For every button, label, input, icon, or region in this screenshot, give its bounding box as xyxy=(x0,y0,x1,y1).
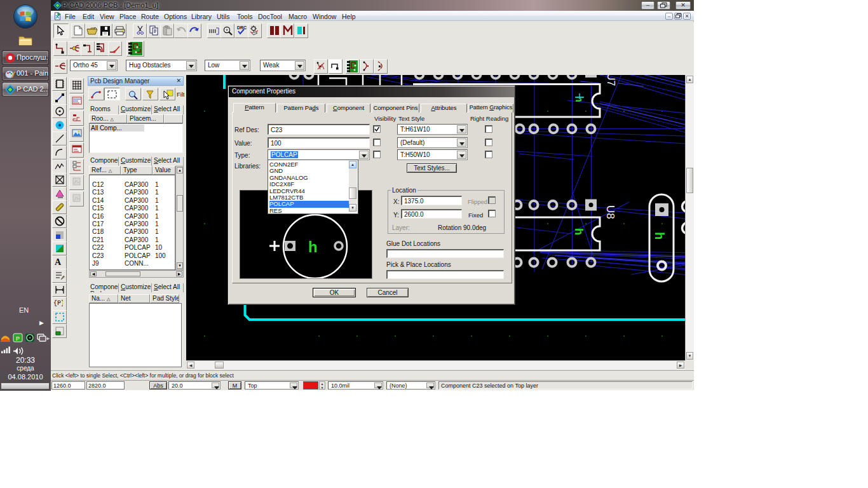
svg-text:h: h xyxy=(308,238,318,255)
svg-text:U8: U8 xyxy=(604,205,616,219)
svg-text:{P}: {P} xyxy=(53,300,63,307)
svg-text:A: A xyxy=(55,257,62,266)
svg-text:DRC: DRC xyxy=(237,25,247,30)
svg-text:h: h xyxy=(653,232,667,240)
svg-text:U7: U7 xyxy=(606,75,616,86)
svg-text:P: P xyxy=(16,336,20,342)
svg-text:h: h xyxy=(573,228,585,235)
